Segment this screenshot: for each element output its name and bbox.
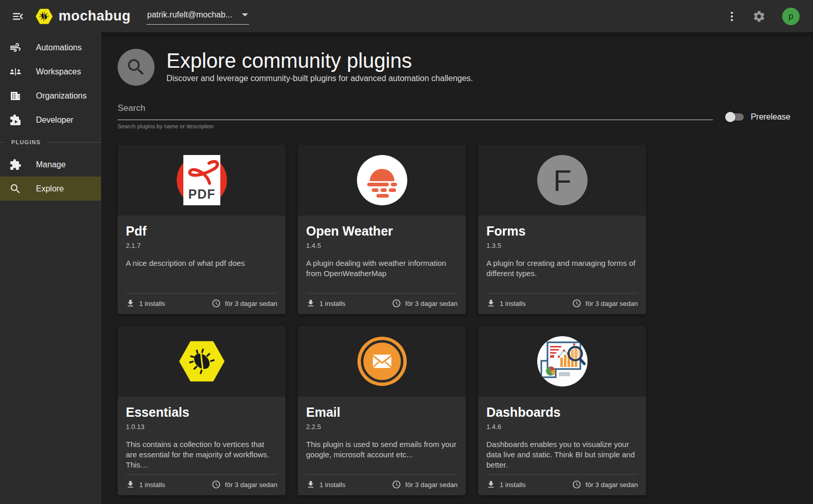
plugin-title: Email	[306, 405, 458, 420]
sidebar-item-automations[interactable]: Automations	[0, 35, 101, 60]
kebab-icon	[731, 12, 733, 14]
svg-text:F: F	[553, 164, 571, 197]
updated-stat: för 3 dagar sedan	[572, 299, 638, 308]
plugin-version: 1.4.6	[486, 423, 638, 431]
main-content: Explore community plugins Discover and l…	[101, 32, 813, 504]
prerelease-control: Prerelease	[725, 112, 790, 122]
download-icon	[126, 299, 135, 308]
plugin-title: Pdf	[126, 224, 277, 239]
download-icon	[486, 299, 496, 308]
sidebar-item-label: Workspaces	[36, 67, 81, 76]
search-icon	[9, 183, 22, 195]
clock-icon	[392, 299, 401, 308]
plugin-title: Essentials	[126, 405, 277, 420]
sidebar-item-workspaces[interactable]: Workspaces	[0, 60, 101, 84]
plugin-card-forms[interactable]: F Forms 1.3.5 A plugin for creating and …	[478, 145, 646, 314]
plugin-description: This contains a collection fo vertices t…	[126, 439, 277, 470]
download-icon	[306, 480, 315, 489]
plugin-description: This plugin is used to send emails from …	[306, 439, 458, 460]
explore-hero-circle	[118, 49, 155, 86]
account-select[interactable]: patrik.rufelt@mochab...	[146, 8, 249, 25]
menu-open-icon	[11, 10, 25, 23]
svg-text:PDF: PDF	[188, 187, 215, 201]
plugin-card-footer: 1 installs för 3 dagar sedan	[306, 293, 458, 314]
plugin-card-footer: 1 installs för 3 dagar sedan	[126, 474, 277, 495]
pdf-plugin-icon: PDF	[177, 155, 227, 205]
updated-stat: för 3 dagar sedan	[392, 299, 458, 308]
app-root: mochabug patrik.rufelt@mochab... p Autom…	[0, 0, 813, 504]
search-icon	[125, 56, 147, 78]
plugin-card-grid: PDF Pdf 2.1.7 A nice description of what…	[118, 145, 813, 495]
sidebar-item-organizations[interactable]: Organizations	[0, 84, 101, 108]
settings-button[interactable]	[749, 7, 769, 26]
menu-open-button[interactable]	[8, 7, 28, 26]
prerelease-toggle[interactable]	[725, 112, 744, 122]
updated-stat: för 3 dagar sedan	[212, 299, 277, 308]
installs-stat: 1 installs	[486, 299, 526, 308]
plugins-section-divider: PLUGINS	[0, 132, 101, 152]
sidebar-item-label: Explore	[36, 184, 64, 193]
installs-stat: 1 installs	[126, 299, 165, 308]
clock-icon	[392, 480, 401, 489]
download-icon	[486, 480, 496, 489]
plugin-card-footer: 1 installs för 3 dagar sedan	[486, 474, 638, 495]
plugin-version: 2.1.7	[126, 242, 277, 249]
download-icon	[306, 299, 315, 308]
sidebar-item-label: Developer	[36, 115, 73, 125]
wind-icon	[9, 42, 22, 54]
plugin-card-pdf[interactable]: PDF Pdf 2.1.7 A nice description of what…	[118, 145, 286, 314]
plugin-title: Open Weather	[306, 224, 458, 239]
search-field: Search plugins by name or description	[118, 101, 713, 129]
sidebar-item-developer[interactable]: Developer	[0, 108, 101, 132]
sidebar-item-explore[interactable]: Explore	[0, 177, 101, 201]
prerelease-label: Prerelease	[751, 112, 790, 122]
sidebar-item-label: Automations	[36, 43, 82, 52]
clock-icon	[212, 299, 221, 308]
topbar: mochabug patrik.rufelt@mochab... p	[0, 0, 813, 32]
plugin-description: A plugin dealing with weather informatio…	[306, 258, 458, 279]
updated-stat: för 3 dagar sedan	[212, 480, 277, 489]
open-weather-plugin-icon	[357, 155, 407, 205]
building-icon	[9, 90, 22, 102]
mochabug-hexagon-bug-icon	[35, 8, 53, 25]
forms-plugin-icon: F	[537, 155, 588, 205]
gear-icon	[752, 10, 766, 23]
plugin-version: 2.2.5	[306, 423, 458, 431]
plugin-version: 1.0.13	[126, 423, 277, 431]
plugin-card-footer: 1 installs för 3 dagar sedan	[306, 474, 458, 495]
installs-stat: 1 installs	[306, 480, 346, 489]
plugin-description: Dashboards enables you to visualize your…	[486, 439, 638, 470]
brand-logo[interactable]: mochabug	[35, 8, 131, 25]
more-options-button[interactable]	[726, 9, 738, 24]
plugin-version: 1.3.5	[486, 242, 638, 249]
plugin-card-essentials[interactable]: Essentials 1.0.13 This contains a collec…	[118, 326, 286, 495]
plugin-description: A nice description of what pdf does	[126, 258, 277, 268]
email-plugin-icon	[357, 336, 407, 386]
puzzle-icon	[9, 159, 22, 171]
plugin-title: Forms	[486, 224, 638, 239]
download-icon	[126, 480, 135, 489]
plugin-card-dashboards[interactable]: Dashboards 1.4.6 Dashboards enables you …	[478, 326, 646, 495]
plugin-title: Dashboards	[486, 405, 638, 420]
search-helper-text: Search plugins by name or description	[118, 123, 713, 129]
installs-stat: 1 installs	[126, 480, 165, 489]
puzzle-play-icon	[9, 114, 22, 126]
user-avatar[interactable]: p	[782, 8, 800, 25]
search-input[interactable]	[118, 101, 713, 120]
essentials-plugin-icon	[177, 336, 227, 386]
installs-stat: 1 installs	[486, 480, 526, 489]
plugin-card-footer: 1 installs för 3 dagar sedan	[126, 293, 277, 314]
page-title: Explore community plugins	[166, 49, 473, 72]
updated-stat: för 3 dagar sedan	[572, 480, 638, 489]
sidebar-item-manage[interactable]: Manage	[0, 152, 101, 177]
plugin-card-email[interactable]: Email 2.2.5 This plugin is used to send …	[298, 326, 466, 495]
page-header: Explore community plugins Discover and l…	[118, 49, 813, 86]
sidebar: Automations Workspaces Organizations Dev…	[0, 32, 101, 504]
clock-icon	[212, 480, 221, 489]
plugin-card-open-weather[interactable]: Open Weather 1.4.5 A plugin dealing with…	[298, 145, 466, 314]
workspaces-people-icon	[9, 66, 22, 78]
brand-name: mochabug	[59, 8, 131, 24]
clock-icon	[572, 480, 581, 489]
plugins-section-label: PLUGINS	[11, 139, 41, 145]
dashboards-plugin-icon	[537, 336, 588, 386]
